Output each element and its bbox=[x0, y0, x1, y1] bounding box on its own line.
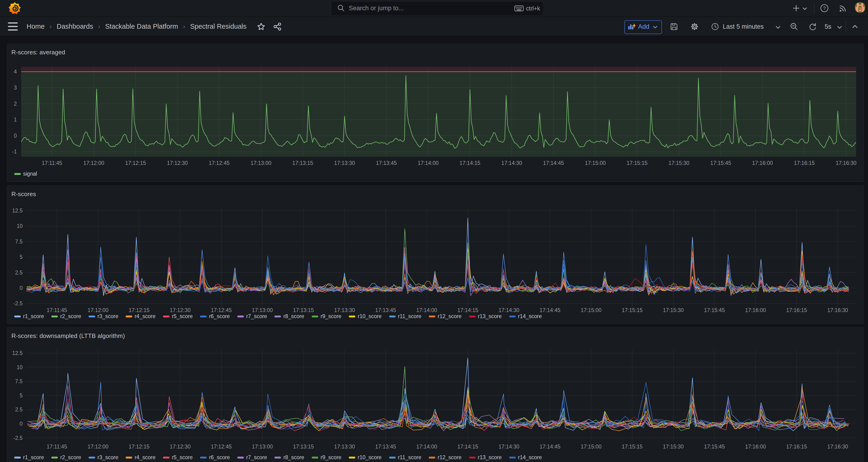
svg-text:17:12:30: 17:12:30 bbox=[170, 307, 191, 313]
svg-text:17:16:00: 17:16:00 bbox=[745, 307, 766, 313]
svg-text:17:14:45: 17:14:45 bbox=[539, 443, 560, 450]
svg-text:17:15:15: 17:15:15 bbox=[622, 443, 643, 450]
svg-text:12.5: 12.5 bbox=[12, 350, 23, 356]
svg-text:17:14:45: 17:14:45 bbox=[543, 160, 564, 166]
svg-text:2: 2 bbox=[14, 101, 17, 107]
svg-text:-1: -1 bbox=[12, 149, 17, 155]
svg-text:17:15:00: 17:15:00 bbox=[581, 307, 602, 313]
svg-text:17:11:45: 17:11:45 bbox=[46, 307, 67, 313]
svg-text:2.5: 2.5 bbox=[15, 270, 23, 276]
svg-text:17:16:15: 17:16:15 bbox=[786, 307, 807, 313]
svg-text:7.5: 7.5 bbox=[15, 239, 23, 245]
svg-text:17:13:45: 17:13:45 bbox=[375, 443, 396, 450]
svg-text:17:14:00: 17:14:00 bbox=[418, 160, 439, 166]
svg-text:17:11:45: 17:11:45 bbox=[46, 443, 67, 450]
svg-text:17:15:30: 17:15:30 bbox=[669, 160, 689, 166]
svg-text:17:14:00: 17:14:00 bbox=[416, 443, 437, 450]
svg-text:17:15:45: 17:15:45 bbox=[704, 443, 725, 450]
svg-text:0: 0 bbox=[20, 421, 23, 427]
svg-text:17:16:00: 17:16:00 bbox=[745, 443, 766, 450]
svg-text:17:16:30: 17:16:30 bbox=[827, 307, 848, 313]
svg-text:17:16:30: 17:16:30 bbox=[827, 443, 848, 450]
svg-text:17:14:30: 17:14:30 bbox=[498, 443, 520, 450]
svg-text:17:12:45: 17:12:45 bbox=[209, 160, 230, 166]
svg-text:17:15:30: 17:15:30 bbox=[663, 307, 684, 313]
svg-text:17:15:15: 17:15:15 bbox=[622, 307, 643, 313]
svg-text:5: 5 bbox=[20, 393, 23, 399]
svg-text:10: 10 bbox=[17, 364, 23, 370]
svg-text:17:16:30: 17:16:30 bbox=[836, 160, 857, 166]
svg-text:17:15:45: 17:15:45 bbox=[710, 160, 731, 166]
svg-text:17:11:45: 17:11:45 bbox=[42, 160, 62, 166]
svg-text:17:12:00: 17:12:00 bbox=[84, 160, 104, 166]
svg-text:17:15:00: 17:15:00 bbox=[585, 160, 606, 166]
svg-text:17:13:15: 17:13:15 bbox=[293, 307, 314, 313]
svg-text:17:12:00: 17:12:00 bbox=[88, 443, 108, 450]
svg-text:?: ? bbox=[823, 6, 826, 11]
svg-text:17:14:30: 17:14:30 bbox=[501, 160, 522, 166]
svg-text:17:16:00: 17:16:00 bbox=[752, 160, 773, 166]
svg-text:17:15:15: 17:15:15 bbox=[627, 160, 648, 166]
svg-text:17:16:15: 17:16:15 bbox=[786, 443, 807, 450]
svg-text:17:13:30: 17:13:30 bbox=[334, 443, 355, 450]
svg-text:12.5: 12.5 bbox=[12, 208, 23, 214]
svg-text:17:14:15: 17:14:15 bbox=[458, 307, 478, 313]
svg-text:10: 10 bbox=[17, 223, 23, 229]
svg-text:17:13:00: 17:13:00 bbox=[251, 160, 272, 166]
svg-text:17:14:00: 17:14:00 bbox=[416, 307, 437, 313]
svg-text:17:13:45: 17:13:45 bbox=[376, 160, 397, 166]
svg-text:17:14:45: 17:14:45 bbox=[539, 307, 560, 313]
svg-text:7.5: 7.5 bbox=[15, 378, 23, 384]
svg-text:17:13:00: 17:13:00 bbox=[252, 443, 273, 450]
svg-text:17:15:00: 17:15:00 bbox=[581, 443, 602, 450]
svg-text:0: 0 bbox=[20, 285, 23, 291]
svg-text:17:15:45: 17:15:45 bbox=[704, 307, 725, 313]
svg-text:17:12:15: 17:12:15 bbox=[129, 307, 150, 313]
svg-text:17:12:00: 17:12:00 bbox=[88, 307, 108, 313]
svg-text:17:14:15: 17:14:15 bbox=[458, 443, 478, 450]
svg-text:0: 0 bbox=[14, 133, 17, 139]
svg-text:17:12:45: 17:12:45 bbox=[211, 443, 232, 450]
svg-text:17:13:45: 17:13:45 bbox=[375, 307, 396, 313]
svg-text:-2.5: -2.5 bbox=[13, 300, 23, 306]
svg-text:-2.5: -2.5 bbox=[13, 435, 23, 441]
svg-text:1: 1 bbox=[14, 117, 17, 123]
svg-text:17:14:15: 17:14:15 bbox=[460, 160, 480, 166]
svg-text:17:13:30: 17:13:30 bbox=[334, 160, 355, 166]
svg-text:17:15:30: 17:15:30 bbox=[663, 443, 684, 450]
svg-text:17:13:15: 17:13:15 bbox=[292, 160, 313, 166]
svg-text:17:12:30: 17:12:30 bbox=[167, 160, 188, 166]
svg-text:17:13:15: 17:13:15 bbox=[293, 443, 314, 450]
svg-text:17:13:00: 17:13:00 bbox=[252, 307, 273, 313]
svg-text:17:14:30: 17:14:30 bbox=[498, 307, 520, 313]
svg-text:5: 5 bbox=[20, 254, 23, 260]
svg-text:17:12:15: 17:12:15 bbox=[129, 443, 150, 450]
svg-text:17:12:45: 17:12:45 bbox=[211, 307, 232, 313]
svg-text:17:16:15: 17:16:15 bbox=[794, 160, 815, 166]
svg-text:3: 3 bbox=[14, 85, 17, 91]
svg-text:2.5: 2.5 bbox=[15, 406, 23, 412]
svg-text:17:12:15: 17:12:15 bbox=[125, 160, 146, 166]
svg-text:17:13:30: 17:13:30 bbox=[334, 307, 355, 313]
svg-text:17:12:30: 17:12:30 bbox=[170, 443, 191, 450]
svg-text:4: 4 bbox=[14, 68, 17, 74]
